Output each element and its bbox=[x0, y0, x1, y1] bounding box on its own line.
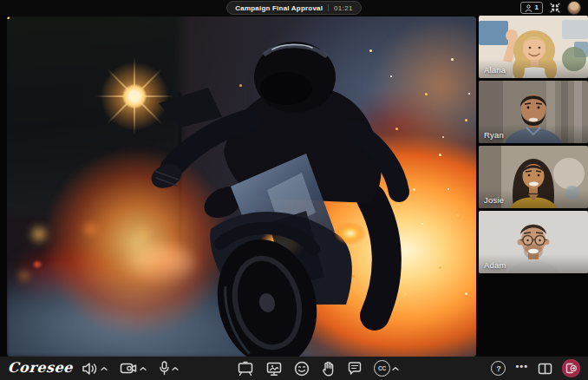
collapse-view-button[interactable] bbox=[550, 3, 560, 13]
reactions-button[interactable] bbox=[294, 361, 310, 377]
chat-icon bbox=[347, 361, 363, 377]
captions-options-button[interactable] bbox=[392, 366, 399, 371]
camera-icon bbox=[120, 362, 138, 375]
pill-divider bbox=[328, 4, 329, 11]
whiteboard-button[interactable] bbox=[237, 361, 254, 377]
mic-button[interactable] bbox=[159, 361, 170, 376]
raise-hand-icon bbox=[321, 361, 336, 377]
share-screen-button[interactable] bbox=[265, 361, 283, 377]
stage-vignette bbox=[7, 16, 476, 357]
speaker-button[interactable] bbox=[82, 362, 99, 376]
layout-button[interactable] bbox=[538, 363, 552, 375]
chat-button[interactable] bbox=[347, 361, 363, 377]
participant-tile-ryan[interactable]: Ryan bbox=[479, 81, 588, 143]
meeting-timer: 01:21 bbox=[334, 4, 353, 12]
participants-count-button[interactable]: 1 bbox=[520, 2, 543, 14]
top-bar: Campaign Final Approval 01:21 1 bbox=[0, 0, 588, 16]
camera-options-button[interactable] bbox=[140, 366, 147, 371]
chevron-up-icon bbox=[101, 366, 108, 371]
participant-name: Josie bbox=[484, 195, 504, 205]
participant-name: Alana bbox=[484, 65, 506, 75]
top-bar-right: 1 bbox=[520, 0, 581, 16]
participant-tile-josie[interactable]: Josie bbox=[479, 146, 588, 208]
layout-icon bbox=[538, 363, 552, 375]
chevron-up-icon bbox=[172, 366, 179, 371]
speaker-options-button[interactable] bbox=[101, 366, 108, 371]
captions-button[interactable]: CC bbox=[374, 360, 390, 377]
participants-sidebar: Alana Ryan bbox=[479, 16, 588, 357]
bottom-toolbar: Coresee bbox=[0, 357, 588, 380]
speaker-icon bbox=[82, 362, 99, 376]
meeting-controls: CC bbox=[237, 357, 399, 380]
participants-count: 1 bbox=[535, 4, 539, 11]
help-button[interactable]: ? bbox=[491, 361, 506, 376]
whiteboard-icon bbox=[237, 361, 254, 377]
chevron-up-icon bbox=[392, 366, 399, 371]
coresee-logo: Coresee bbox=[7, 359, 73, 376]
emoji-icon bbox=[294, 361, 310, 377]
right-controls: ? ••• bbox=[491, 357, 580, 380]
meeting-window: Campaign Final Approval 01:21 1 bbox=[0, 0, 588, 380]
mic-icon bbox=[159, 361, 170, 376]
help-glyph: ? bbox=[496, 364, 501, 373]
participant-tile-adam[interactable]: Adam bbox=[479, 211, 588, 273]
person-icon bbox=[525, 4, 532, 12]
participant-tile-alana[interactable]: Alana bbox=[479, 16, 588, 78]
camera-button[interactable] bbox=[120, 362, 138, 375]
more-glyph: ••• bbox=[515, 362, 528, 371]
more-options-button[interactable]: ••• bbox=[515, 362, 528, 375]
user-avatar[interactable] bbox=[567, 1, 581, 15]
chevron-up-icon bbox=[140, 366, 147, 371]
mic-options-button[interactable] bbox=[172, 366, 179, 371]
shared-screen bbox=[7, 16, 476, 357]
collapse-icon bbox=[550, 3, 560, 13]
meeting-title-pill: Campaign Final Approval 01:21 bbox=[226, 1, 361, 15]
leave-call-button[interactable] bbox=[562, 359, 580, 377]
leave-icon bbox=[565, 363, 577, 374]
participant-name: Adam bbox=[484, 260, 506, 270]
share-screen-icon bbox=[265, 361, 283, 377]
meeting-title: Campaign Final Approval bbox=[235, 4, 323, 12]
participant-name: Ryan bbox=[484, 130, 504, 140]
av-controls bbox=[82, 357, 179, 380]
captions-label: CC bbox=[378, 365, 386, 371]
raise-hand-button[interactable] bbox=[321, 361, 336, 377]
